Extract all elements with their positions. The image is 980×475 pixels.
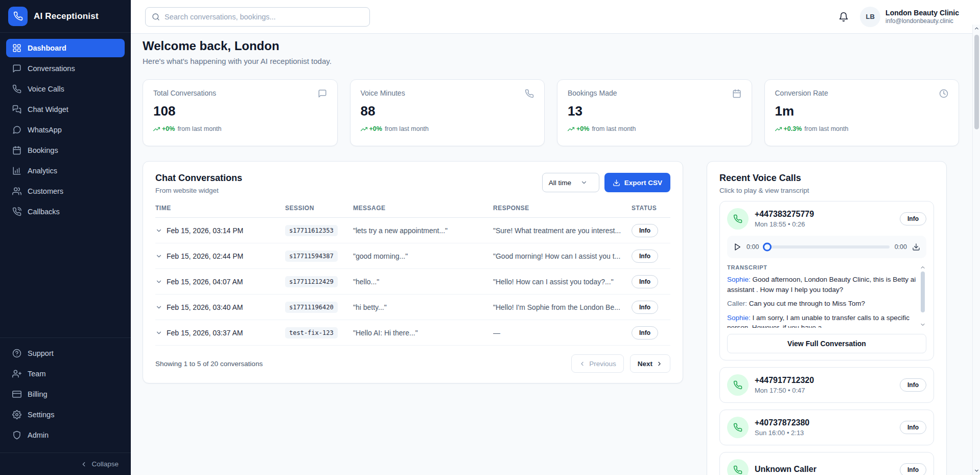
sidebar-collapse-row: Collapse	[0, 453, 131, 475]
sidebar-item-label: Admin	[28, 431, 49, 439]
chevron-down-icon[interactable]	[920, 322, 926, 328]
sidebar: AI Receptionist Dashboard Conversations …	[0, 0, 131, 475]
view-full-conversation-button[interactable]: View Full Conversation	[727, 334, 926, 353]
sidebar-item-voice-calls[interactable]: Voice Calls	[6, 80, 125, 98]
stat-trend: +0%	[576, 125, 589, 132]
info-button[interactable]: Info	[900, 212, 926, 225]
chevron-down-icon[interactable]	[155, 304, 162, 311]
table-row[interactable]: Feb 15, 2026, 03:40 AM s17711196420 "hi …	[155, 295, 670, 320]
sidebar-item-dashboard[interactable]: Dashboard	[6, 39, 125, 57]
sidebar-item-label: Dashboard	[28, 44, 66, 52]
chevron-up-icon[interactable]	[920, 264, 926, 270]
next-button[interactable]: Next	[630, 354, 670, 373]
page-scrollbar[interactable]	[972, 25, 980, 475]
stat-trend-suffix: from last month	[385, 125, 429, 132]
info-button[interactable]: Info	[632, 250, 658, 263]
sidebar-item-settings[interactable]: Settings	[6, 405, 125, 424]
conversations-table: TIME SESSION MESSAGE RESPONSE STATUS Feb…	[155, 205, 670, 346]
table-row[interactable]: Feb 15, 2026, 03:37 AM test-fix-123 "Hel…	[155, 320, 670, 346]
info-button[interactable]: Info	[900, 421, 926, 434]
col-time: TIME	[155, 205, 285, 212]
info-button[interactable]: Info	[900, 378, 926, 392]
seek-slider[interactable]	[764, 245, 889, 248]
scrollbar-thumb[interactable]	[974, 35, 979, 129]
bar-chart-icon	[12, 166, 21, 175]
collapse-label: Collapse	[91, 460, 119, 468]
voice-call-card-expanded[interactable]: +447383275779 Mon 18:55 • 0:26 Info 0:00…	[719, 201, 934, 360]
info-button[interactable]: Info	[632, 301, 658, 314]
transcript-text: Good afternoon, London Beauty Clinic, th…	[727, 276, 916, 293]
previous-label: Previous	[589, 360, 616, 368]
search-input[interactable]	[165, 13, 363, 21]
info-button[interactable]: Info	[632, 275, 658, 288]
pagination-summary: Showing 1 to 5 of 20 conversations	[155, 360, 263, 368]
voice-calls-title: Recent Voice Calls	[719, 173, 934, 184]
chevron-down-icon[interactable]	[155, 278, 162, 285]
row-response: "Hello! I'm Sophie from the London Be...	[493, 303, 632, 311]
phone-logo-icon	[8, 7, 28, 26]
sidebar-item-support[interactable]: Support	[6, 344, 125, 363]
info-button[interactable]: Info	[900, 463, 926, 475]
table-row[interactable]: Feb 15, 2026, 04:07 AM s17711212429 "hel…	[155, 269, 670, 295]
phone-call-icon	[727, 459, 749, 475]
chevron-down-icon[interactable]	[155, 227, 162, 234]
sidebar-item-analytics[interactable]: Analytics	[6, 162, 125, 180]
user-plus-icon	[12, 369, 21, 378]
previous-button[interactable]: Previous	[571, 354, 624, 373]
voice-call-card[interactable]: Unknown Caller Info	[719, 452, 934, 475]
play-icon[interactable]	[733, 243, 741, 251]
scroll-down-arrow-icon[interactable]	[974, 467, 979, 474]
voice-call-card[interactable]: +40737872380 Sun 16:00 • 2:13 Info	[719, 410, 934, 445]
table-row[interactable]: Feb 15, 2026, 02:44 PM s17711594387 "goo…	[155, 243, 670, 269]
phone-call-icon	[727, 208, 749, 230]
scrollbar-thumb[interactable]	[921, 272, 925, 312]
transcript-body[interactable]: Sophie: Good afternoon, London Beauty Cl…	[727, 275, 916, 328]
chat-conversations-panel: Chat Conversations From website widget A…	[143, 161, 683, 383]
voice-calls-subtitle: Click to play & view transcript	[719, 187, 934, 194]
user-email: info@londonbeauty.clinic	[885, 17, 959, 25]
sidebar-item-label: Voice Calls	[28, 85, 64, 93]
session-badge: s17711196420	[285, 302, 338, 313]
sidebar-item-chat-widget[interactable]: Chat Widget	[6, 100, 125, 119]
chevron-down-icon[interactable]	[155, 329, 162, 336]
chevron-down-icon[interactable]	[155, 253, 162, 260]
next-label: Next	[638, 360, 652, 368]
scroll-up-arrow-icon[interactable]	[974, 25, 979, 32]
sidebar-item-admin[interactable]: Admin	[6, 426, 125, 444]
sidebar-item-label: Analytics	[28, 167, 57, 175]
time-filter-select[interactable]: All time	[542, 173, 599, 192]
audio-player: 0:00 0:00	[727, 236, 926, 258]
sidebar-item-team[interactable]: Team	[6, 365, 125, 383]
transcript-text: Can you cut me through to Miss Tom?	[749, 300, 865, 307]
sidebar-item-callbacks[interactable]: Callbacks	[6, 202, 125, 221]
export-csv-button[interactable]: Export CSV	[604, 173, 670, 192]
collapse-button[interactable]: Collapse	[80, 460, 119, 468]
user-menu[interactable]: LB London Beauty Clinic info@londonbeaut…	[860, 7, 959, 27]
row-message: "hello..."	[353, 278, 493, 286]
sidebar-item-bookings[interactable]: Bookings	[6, 141, 125, 160]
stats-row: Total Conversations 108 +0% from last mo…	[143, 79, 959, 146]
voice-call-card[interactable]: +447917712320 Mon 17:50 • 0:47 Info	[719, 367, 934, 403]
transcript-scrollbar[interactable]	[919, 264, 926, 328]
sidebar-item-billing[interactable]: Billing	[6, 385, 125, 403]
slider-thumb[interactable]	[763, 243, 772, 252]
app-title: AI Receptionist	[34, 11, 99, 21]
row-time: Feb 15, 2026, 03:14 PM	[167, 227, 243, 235]
info-button[interactable]: Info	[632, 326, 658, 340]
phone-call-icon	[727, 374, 749, 396]
row-response: "Good morning! How can I assist you t...	[493, 252, 632, 260]
info-button[interactable]: Info	[632, 224, 658, 237]
sidebar-item-customers[interactable]: Customers	[6, 182, 125, 200]
notifications-bell-icon[interactable]	[838, 12, 849, 22]
session-badge: s17711594387	[285, 251, 338, 262]
sidebar-item-conversations[interactable]: Conversations	[6, 59, 125, 78]
player-total-time: 0:00	[895, 243, 907, 251]
session-badge: s17711612353	[285, 225, 338, 236]
search-box	[145, 7, 370, 27]
stat-label: Voice Minutes	[361, 89, 405, 97]
shield-icon	[12, 431, 21, 440]
row-message: "Hello AI: Hi there..."	[353, 329, 493, 337]
table-row[interactable]: Feb 15, 2026, 03:14 PM s17711612353 "let…	[155, 218, 670, 243]
download-icon[interactable]	[912, 243, 920, 251]
sidebar-item-whatsapp[interactable]: WhatsApp	[6, 121, 125, 139]
